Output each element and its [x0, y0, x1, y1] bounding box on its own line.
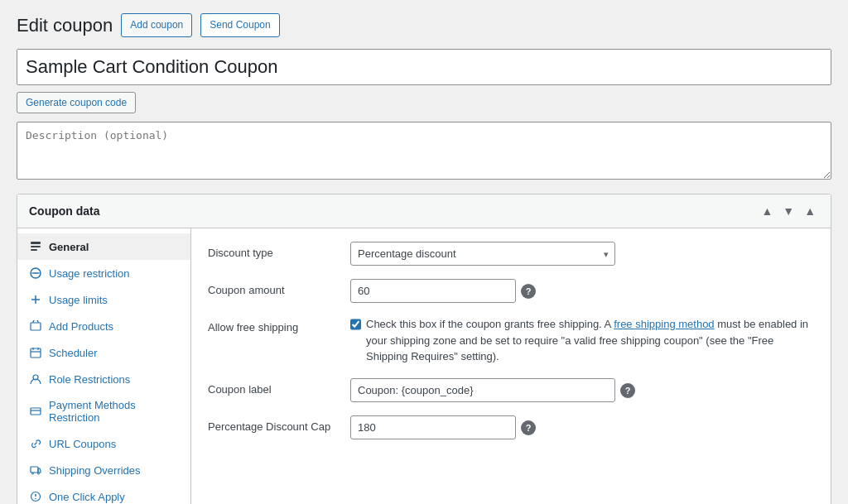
coupon-label-row: Coupon label ? [208, 378, 814, 402]
send-coupon-button[interactable]: Send Coupon [200, 13, 279, 37]
coupon-amount-help-icon[interactable]: ? [521, 284, 536, 299]
coupon-label-input[interactable] [350, 378, 615, 402]
discount-cap-input[interactable] [350, 415, 516, 439]
coupon-amount-control: ? [350, 279, 814, 303]
coupon-label-control: ? [350, 378, 814, 402]
coupon-name-input[interactable] [17, 50, 831, 84]
free-shipping-label: Allow free shipping [208, 316, 340, 334]
discount-cap-help-icon[interactable]: ? [521, 420, 536, 435]
collapse-toggle-button[interactable]: ▲ [801, 203, 819, 219]
free-shipping-row: Allow free shipping Check this box if th… [208, 316, 814, 365]
discount-type-label: Discount type [208, 242, 340, 259]
svg-rect-15 [31, 467, 38, 473]
coupon-name-row [17, 49, 831, 85]
free-shipping-link[interactable]: free shipping method [614, 318, 714, 330]
role-restrictions-icon [29, 372, 42, 386]
sidebar-item-shipping-overrides[interactable]: Shipping Overrides [17, 457, 190, 483]
coupon-data-box: Coupon data ▲ ▼ ▲ Ge [17, 194, 831, 504]
sidebar-item-add-products[interactable]: Add Products [17, 313, 190, 339]
sidebar-label-usage-restriction: Usage restriction [49, 267, 130, 280]
discount-cap-row: Percentage Discount Cap ? [208, 415, 814, 439]
add-products-icon [29, 319, 42, 333]
discount-type-row: Discount type Percentage discount Fixed … [208, 242, 814, 266]
generate-coupon-button[interactable]: Generate coupon code [17, 92, 136, 113]
sidebar-item-payment-methods[interactable]: Payment Methods Restriction [17, 392, 190, 430]
coupon-label-label: Coupon label [208, 378, 340, 396]
add-coupon-button[interactable]: Add coupon [121, 13, 192, 37]
sidebar-label-url-coupons: URL Coupons [49, 438, 116, 450]
free-shipping-checkbox-row: Check this box if the coupon grants free… [350, 316, 814, 365]
sidebar-label-shipping-overrides: Shipping Overrides [49, 464, 141, 477]
description-textarea[interactable] [17, 122, 831, 180]
free-shipping-text: Check this box if the coupon grants free… [366, 316, 814, 365]
svg-rect-8 [31, 348, 41, 358]
svg-point-17 [38, 473, 40, 474]
svg-point-20 [35, 498, 36, 500]
coupon-data-header: Coupon data ▲ ▼ ▲ [17, 194, 831, 228]
collapse-down-button[interactable]: ▼ [779, 203, 797, 219]
sidebar-item-general[interactable]: General [17, 233, 190, 260]
discount-cap-label: Percentage Discount Cap [208, 415, 340, 433]
svg-rect-7 [31, 323, 41, 330]
discount-cap-control: ? [350, 415, 814, 439]
usage-restriction-icon [29, 266, 42, 280]
discount-type-select-wrap: Percentage discount Fixed cart discount … [350, 242, 615, 266]
coupon-amount-label: Coupon amount [208, 279, 340, 296]
sidebar-item-role-restrictions[interactable]: Role Restrictions [17, 366, 190, 392]
sidebar-item-usage-limits[interactable]: Usage limits [17, 286, 190, 313]
coupon-amount-input[interactable] [350, 279, 516, 303]
svg-rect-13 [31, 408, 41, 415]
sidebar-item-url-coupons[interactable]: URL Coupons [17, 430, 190, 457]
sidebar-label-general: General [49, 241, 89, 253]
shipping-overrides-icon [29, 463, 42, 477]
sidebar-label-usage-limits: Usage limits [49, 294, 108, 306]
usage-limits-icon [29, 293, 42, 306]
one-click-apply-icon [29, 490, 42, 503]
page-header: Edit coupon Add coupon Send Coupon [17, 13, 831, 37]
coupon-label-help-icon[interactable]: ? [620, 383, 635, 398]
discount-type-select[interactable]: Percentage discount Fixed cart discount … [350, 242, 615, 266]
general-tab-content: Discount type Percentage discount Fixed … [191, 228, 831, 504]
coupon-data-body: General Usage restriction [17, 228, 831, 504]
free-shipping-checkbox[interactable] [350, 319, 361, 330]
page-title: Edit coupon [17, 15, 113, 36]
scheduler-icon [29, 346, 42, 359]
collapse-up-button[interactable]: ▲ [758, 203, 776, 219]
discount-type-control: Percentage discount Fixed cart discount … [350, 242, 814, 266]
sidebar-label-add-products: Add Products [49, 320, 113, 333]
url-coupons-icon [29, 437, 42, 450]
sidebar-item-scheduler[interactable]: Scheduler [17, 339, 190, 366]
header-controls: ▲ ▼ ▲ [758, 203, 819, 219]
svg-point-16 [32, 473, 34, 474]
svg-rect-1 [31, 246, 41, 247]
coupon-data-title: Coupon data [29, 204, 100, 218]
sidebar-item-one-click-apply[interactable]: One Click Apply [17, 483, 190, 504]
sidebar-label-role-restrictions: Role Restrictions [49, 373, 130, 386]
coupon-sidebar: General Usage restriction [17, 228, 191, 504]
sidebar-label-scheduler: Scheduler [49, 347, 98, 359]
coupon-amount-row: Coupon amount ? [208, 279, 814, 303]
sidebar-label-one-click-apply: One Click Apply [49, 491, 125, 503]
svg-rect-0 [31, 242, 41, 244]
sidebar-label-payment-methods: Payment Methods Restriction [49, 399, 179, 424]
payment-methods-icon [29, 405, 42, 418]
free-shipping-control: Check this box if the coupon grants free… [350, 316, 814, 365]
general-icon [29, 240, 42, 253]
svg-rect-2 [31, 249, 37, 251]
sidebar-item-usage-restriction[interactable]: Usage restriction [17, 260, 190, 286]
